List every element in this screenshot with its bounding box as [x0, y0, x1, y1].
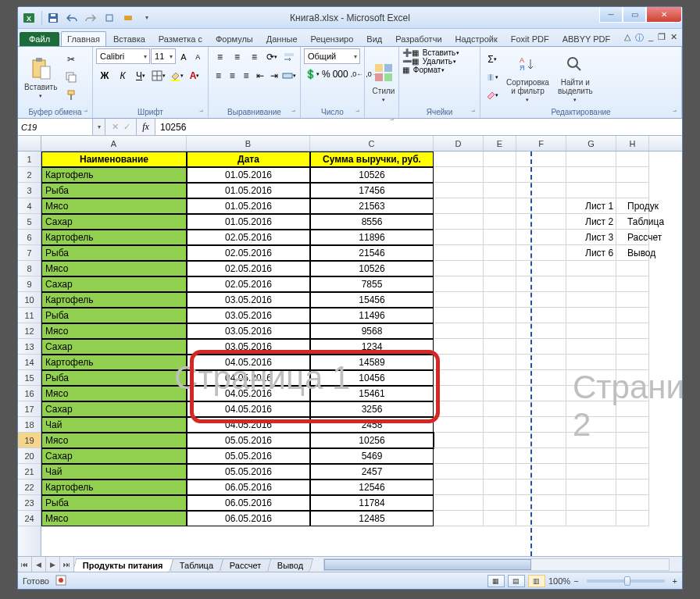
redo-icon[interactable] — [83, 10, 98, 26]
cell[interactable] — [484, 355, 516, 370]
cell[interactable] — [616, 464, 649, 480]
cell[interactable] — [616, 183, 649, 198]
shrink-font-icon[interactable]: A — [191, 48, 205, 66]
cell[interactable] — [516, 308, 566, 323]
cell[interactable]: 21546 — [310, 245, 434, 261]
cell[interactable] — [516, 261, 566, 276]
cell[interactable] — [434, 480, 484, 495]
cell[interactable] — [516, 323, 566, 339]
cell[interactable] — [434, 339, 484, 355]
cell[interactable]: Чай — [41, 464, 187, 480]
underline-icon[interactable]: Ч▾ — [132, 67, 149, 84]
cell[interactable]: 04.05.2016 — [187, 355, 310, 370]
cell[interactable]: 1234 — [310, 339, 434, 355]
cell[interactable] — [566, 276, 616, 292]
cell[interactable] — [484, 323, 516, 339]
cell[interactable]: 5469 — [310, 448, 434, 464]
cell[interactable]: 11784 — [310, 495, 434, 511]
cell[interactable] — [516, 355, 566, 370]
cell[interactable]: 01.05.2016 — [187, 214, 310, 230]
cell[interactable] — [434, 183, 484, 198]
cell[interactable] — [434, 167, 484, 183]
cell[interactable]: Сумма выручки, руб. — [310, 152, 434, 167]
font-color-icon[interactable]: A▾ — [186, 67, 203, 84]
row-header[interactable]: 15 — [18, 370, 41, 386]
row-header[interactable]: 10 — [18, 292, 41, 308]
cell[interactable]: 12546 — [310, 480, 434, 495]
cell[interactable] — [434, 214, 484, 230]
cell[interactable]: 10526 — [310, 261, 434, 276]
cell[interactable] — [516, 292, 566, 308]
row-header[interactable]: 1 — [18, 152, 41, 167]
column-header[interactable]: H — [616, 136, 649, 151]
cell[interactable]: Картофель — [41, 292, 187, 308]
view-page-break-icon[interactable]: ▥ — [528, 575, 545, 587]
cell[interactable]: 3256 — [310, 401, 434, 417]
format-painter-icon[interactable] — [62, 87, 80, 104]
cell[interactable] — [566, 480, 616, 495]
zoom-slider[interactable] — [587, 579, 665, 583]
cell[interactable]: Мясо — [41, 261, 187, 276]
wrap-text-icon[interactable] — [280, 48, 297, 66]
cell[interactable]: Картофель — [41, 480, 187, 495]
format-cells-icon[interactable]: ▦ — [402, 66, 409, 74]
align-left-icon[interactable]: ≡ — [212, 67, 225, 84]
row-header[interactable]: 12 — [18, 323, 41, 339]
cell[interactable]: Мясо — [41, 198, 187, 214]
cut-icon[interactable]: ✂ — [62, 51, 80, 68]
cell[interactable]: Сахар — [41, 401, 187, 417]
cell[interactable] — [566, 448, 616, 464]
row-header[interactable]: 23 — [18, 495, 41, 511]
help-icon[interactable]: ⓘ — [635, 32, 644, 44]
cell[interactable] — [566, 417, 616, 433]
cell[interactable]: 02.05.2016 — [187, 261, 310, 276]
tab-nav-next-icon[interactable]: ▶ — [46, 557, 60, 572]
clear-icon[interactable]: ▾ — [484, 87, 501, 104]
column-header[interactable]: C — [310, 136, 434, 151]
cell[interactable] — [616, 261, 649, 276]
cell[interactable] — [434, 417, 484, 433]
row-header[interactable]: 9 — [18, 276, 41, 292]
cell[interactable] — [516, 152, 566, 167]
row-header[interactable]: 5 — [18, 214, 41, 230]
cell[interactable] — [566, 386, 616, 401]
column-header[interactable]: D — [434, 136, 484, 151]
cell[interactable]: Сахар — [41, 448, 187, 464]
cell[interactable]: 06.05.2016 — [187, 480, 310, 495]
cell[interactable]: 8556 — [310, 214, 434, 230]
cell[interactable] — [516, 230, 566, 245]
cell[interactable] — [566, 464, 616, 480]
cell[interactable]: 06.05.2016 — [187, 511, 310, 526]
cell[interactable] — [616, 433, 649, 448]
cell[interactable] — [616, 152, 649, 167]
cell[interactable]: 2458 — [310, 417, 434, 433]
row-header[interactable]: 11 — [18, 308, 41, 323]
cell[interactable] — [434, 386, 484, 401]
autosum-icon[interactable]: Σ▾ — [484, 51, 501, 68]
cell[interactable] — [616, 448, 649, 464]
sheet-tab[interactable]: Продукты питания — [73, 558, 173, 572]
cell[interactable] — [434, 448, 484, 464]
cell[interactable] — [484, 292, 516, 308]
view-page-layout-icon[interactable]: ▤ — [508, 575, 525, 587]
paste-button[interactable]: Вставить▾ — [21, 55, 60, 101]
file-tab[interactable]: Файл — [20, 32, 59, 46]
cell[interactable] — [566, 339, 616, 355]
grow-font-icon[interactable]: A — [177, 48, 190, 66]
cell[interactable] — [566, 355, 616, 370]
cell[interactable]: 04.05.2016 — [187, 386, 310, 401]
mdi-close-icon[interactable]: ✕ — [670, 32, 677, 44]
cell[interactable] — [434, 355, 484, 370]
row-header[interactable]: 7 — [18, 245, 41, 261]
mdi-restore-icon[interactable]: ❐ — [658, 32, 666, 44]
cell[interactable]: 21563 — [310, 198, 434, 214]
cell[interactable]: 05.05.2016 — [187, 448, 310, 464]
cell[interactable] — [434, 292, 484, 308]
fx-button[interactable]: fx — [137, 119, 155, 135]
column-header[interactable]: G — [566, 136, 616, 151]
ribbon-tab[interactable]: Данные — [260, 31, 304, 46]
cell[interactable] — [516, 339, 566, 355]
cell[interactable] — [434, 152, 484, 167]
cell[interactable]: 05.05.2016 — [187, 464, 310, 480]
cell[interactable] — [566, 261, 616, 276]
